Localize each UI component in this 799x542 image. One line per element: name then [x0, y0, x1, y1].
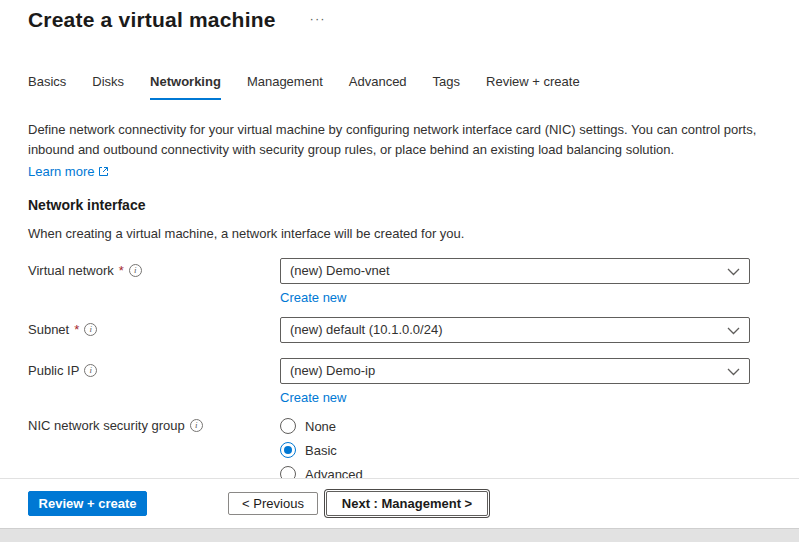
subnet-row: Subnet * (new) default (10.1.0.0/24) — [28, 317, 771, 343]
public-ip-value: (new) Demo-ip — [290, 363, 375, 378]
public-ip-label-group: Public IP — [28, 358, 280, 378]
chevron-down-icon — [727, 327, 740, 335]
wizard-footer: Review + create < Previous Next : Manage… — [0, 478, 799, 528]
virtual-network-row: Virtual network * (new) Demo-vnet Create… — [28, 258, 771, 306]
tab-basics[interactable]: Basics — [28, 74, 66, 100]
subnet-control: (new) default (10.1.0.0/24) — [280, 317, 750, 343]
external-link-icon — [98, 166, 109, 177]
review-create-button[interactable]: Review + create — [28, 491, 147, 516]
page-header: Create a virtual machine ··· — [0, 0, 799, 32]
tab-advanced[interactable]: Advanced — [349, 74, 407, 100]
required-marker: * — [74, 322, 79, 337]
public-ip-create-new-link[interactable]: Create new — [280, 390, 346, 406]
virtual-network-control: (new) Demo-vnet Create new — [280, 258, 750, 306]
network-interface-description: When creating a virtual machine, a netwo… — [28, 226, 771, 241]
public-ip-row: Public IP (new) Demo-ip Create new — [28, 358, 771, 406]
virtual-network-create-new-link[interactable]: Create new — [280, 290, 346, 306]
subnet-label: Subnet — [28, 322, 69, 337]
virtual-network-label: Virtual network — [28, 263, 114, 278]
virtual-network-label-group: Virtual network * — [28, 258, 280, 278]
learn-more-label: Learn more — [28, 164, 94, 179]
public-ip-control: (new) Demo-ip Create new — [280, 358, 750, 406]
tab-content: Define network connectivity for your vir… — [0, 120, 799, 490]
networking-form: Virtual network * (new) Demo-vnet Create… — [28, 258, 771, 490]
intro-text: Define network connectivity for your vir… — [28, 120, 766, 159]
tab-disks[interactable]: Disks — [92, 74, 124, 100]
subnet-select[interactable]: (new) default (10.1.0.0/24) — [280, 317, 750, 343]
nsg-option-label: Basic — [305, 443, 337, 458]
network-interface-heading: Network interface — [28, 197, 771, 213]
page-title: Create a virtual machine — [28, 8, 276, 32]
virtual-network-select[interactable]: (new) Demo-vnet — [280, 258, 750, 284]
more-menu-button[interactable]: ··· — [310, 12, 326, 26]
chevron-down-icon — [727, 368, 740, 376]
info-icon[interactable] — [129, 264, 142, 277]
next-management-button[interactable]: Next : Management > — [326, 491, 488, 516]
chevron-down-icon — [727, 268, 740, 276]
info-icon[interactable] — [84, 364, 97, 377]
virtual-network-value: (new) Demo-vnet — [290, 263, 390, 278]
radio-unselected-icon — [280, 418, 296, 434]
public-ip-label: Public IP — [28, 363, 79, 378]
subnet-value: (new) default (10.1.0.0/24) — [290, 322, 442, 337]
tab-management[interactable]: Management — [247, 74, 323, 100]
info-icon[interactable] — [190, 419, 203, 432]
nsg-option-none[interactable]: None — [280, 418, 750, 434]
tab-review-create[interactable]: Review + create — [486, 74, 580, 100]
nsg-option-label: None — [305, 419, 336, 434]
subnet-label-group: Subnet * — [28, 317, 280, 337]
info-icon[interactable] — [84, 323, 97, 336]
nsg-option-basic[interactable]: Basic — [280, 442, 750, 458]
previous-button[interactable]: < Previous — [228, 492, 318, 515]
window-bottom-edge — [0, 528, 799, 542]
nic-nsg-label-group: NIC network security group — [28, 417, 280, 433]
radio-selected-icon — [280, 442, 296, 458]
required-marker: * — [119, 263, 124, 278]
tab-tags[interactable]: Tags — [433, 74, 460, 100]
create-vm-page: Create a virtual machine ··· Basics Disk… — [0, 0, 799, 542]
public-ip-select[interactable]: (new) Demo-ip — [280, 358, 750, 384]
tab-bar: Basics Disks Networking Management Advan… — [0, 74, 799, 100]
learn-more-link[interactable]: Learn more — [28, 164, 109, 179]
tab-networking[interactable]: Networking — [150, 74, 221, 100]
nic-nsg-label: NIC network security group — [28, 418, 185, 433]
